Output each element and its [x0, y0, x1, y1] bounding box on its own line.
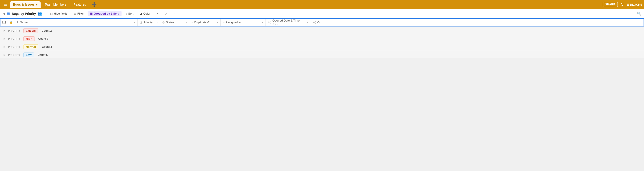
filter-button[interactable]: ⊜ Filter	[72, 11, 86, 16]
menu-icon[interactable]: ☰	[2, 1, 9, 8]
normal-group-label: PRIORITY	[8, 46, 21, 48]
low-group-label: PRIORITY	[8, 54, 21, 56]
collaborators-icon[interactable]: 👥	[38, 12, 42, 16]
group-high: ▶ PRIORITY High Count 8	[0, 35, 644, 42]
group-row-high: ▶ PRIORITY High Count 8	[0, 35, 644, 42]
select-all-checkbox[interactable]	[2, 21, 6, 24]
critical-group-label: PRIORITY	[8, 29, 21, 32]
name-col-caret: ▾	[134, 21, 135, 24]
color-label: Color	[143, 12, 150, 15]
col-header-name[interactable]: A Name ▾	[14, 18, 138, 26]
name-col-label: Name	[20, 21, 28, 24]
group-row-critical: ▶ PRIORITY Critical Count 2	[0, 27, 644, 34]
opened-col-caret: ▾	[307, 21, 308, 24]
expand-icon: ⤢	[164, 12, 167, 15]
expand-low-icon[interactable]: ▶	[3, 54, 6, 56]
group-low: ▶ PRIORITY Low Count 6	[0, 51, 644, 58]
tab-bugs-label: Bugs & Issues	[13, 3, 34, 6]
view-toolbar: ◀ ▦ Bugs by Priority 👥 ⊟ Hide fields ⊜ F…	[0, 9, 644, 18]
sort-icon: ↕	[126, 12, 127, 15]
tab-team-members[interactable]: Team Members	[42, 1, 69, 8]
column-headers: 🔒 A Name ▾ ◎ Priority ▾ ◎ Status ▾ ≡ Dup…	[0, 18, 644, 27]
low-badge[interactable]: Low	[23, 53, 34, 57]
high-group-label: PRIORITY	[8, 38, 21, 40]
col-header-priority[interactable]: ◎ Priority ▾	[138, 18, 160, 26]
expand-critical-icon[interactable]: ▶	[3, 29, 6, 32]
lock-icon: 🔒	[10, 21, 13, 24]
assigned-col-icon: ≡	[223, 21, 225, 24]
col-header-assigned[interactable]: ≡ Assigned to ▾	[221, 18, 266, 26]
row-height-button[interactable]: ≡	[154, 11, 160, 16]
grouped-icon: ⊞	[90, 12, 92, 15]
hide-fields-icon: ⊟	[50, 12, 53, 16]
sort-button[interactable]: ↕ Sort	[123, 11, 136, 16]
grouped-button[interactable]: ⊞ Grouped by 1 field	[88, 11, 122, 16]
normal-count: Count 4	[42, 45, 52, 49]
color-icon: ◕	[140, 12, 142, 15]
col-header-op2[interactable]: f(x) Op...	[310, 18, 644, 26]
assigned-col-label: Assigned to	[226, 21, 241, 24]
dup-col-caret: ▾	[217, 21, 218, 24]
status-col-label: Status	[166, 21, 174, 24]
share-button[interactable]: SHARE	[603, 2, 618, 7]
top-bar: ☰ Bugs & Issues ▾ Team Members Features …	[0, 0, 644, 9]
op2-col-icon: f(x)	[312, 21, 316, 24]
toolbar-divider	[45, 12, 45, 16]
add-tab-button[interactable]: ➕	[90, 1, 98, 8]
dup-col-icon: ≡	[192, 21, 193, 24]
expand-high-icon[interactable]: ▶	[3, 38, 6, 40]
op2-col-label: Op...	[317, 21, 324, 24]
status-col-caret: ▾	[186, 21, 187, 24]
high-badge[interactable]: High	[23, 36, 35, 41]
tab-bugs-arrow: ▾	[36, 3, 38, 6]
col-header-status[interactable]: ◎ Status ▾	[160, 18, 189, 26]
col-lock: 🔒	[8, 18, 14, 26]
sort-label: Sort	[128, 12, 134, 15]
sidebar-toggle[interactable]: ◀	[3, 12, 5, 15]
group-normal: ▶ PRIORITY Normal Count 4	[0, 43, 644, 50]
name-col-icon: A	[16, 21, 18, 24]
view-type-icon: ▦	[6, 12, 10, 16]
tab-bugs-issues[interactable]: Bugs & Issues ▾	[10, 1, 40, 8]
critical-badge[interactable]: Critical	[23, 28, 38, 33]
normal-badge[interactable]: Normal	[23, 44, 38, 49]
row-height-icon: ≡	[156, 12, 158, 15]
priority-col-icon: ◎	[140, 21, 142, 24]
search-icon[interactable]: 🔍	[637, 12, 641, 16]
expand-normal-icon[interactable]: ▶	[3, 46, 6, 48]
grouped-label: Grouped by 1 field	[94, 12, 119, 15]
critical-count: Count 2	[42, 29, 52, 32]
priority-col-caret: ▾	[156, 21, 158, 24]
dup-col-label: Duplicates?	[194, 21, 210, 24]
more-options-button[interactable]: ···	[171, 11, 178, 16]
opened-col-icon: f(x)	[268, 21, 271, 24]
more-icon: ···	[173, 12, 176, 15]
table-body: ▶ PRIORITY Critical Count 2 ▶ PRIORITY H…	[0, 27, 644, 58]
expand-button[interactable]: ⤢	[162, 11, 169, 16]
status-col-icon: ◎	[162, 21, 165, 24]
blocks-icon[interactable]: ⊞ BLOCKS	[627, 3, 642, 6]
group-row-normal: ▶ PRIORITY Normal Count 4	[0, 43, 644, 50]
hide-fields-button[interactable]: ⊟ Hide fields	[48, 11, 70, 17]
col-checkbox[interactable]	[0, 18, 8, 26]
opened-col-label: Opened Date & Time (G...	[272, 19, 306, 26]
priority-col-label: Priority	[144, 21, 152, 24]
col-header-duplicates[interactable]: ≡ Duplicates? ▾	[189, 18, 221, 26]
group-row-low: ▶ PRIORITY Low Count 6	[0, 51, 644, 58]
filter-icon: ⊜	[74, 12, 76, 15]
assigned-col-caret: ▾	[262, 21, 263, 24]
view-title: Bugs by Priority	[12, 12, 36, 16]
hide-fields-label: Hide fields	[54, 12, 68, 15]
low-count: Count 6	[38, 53, 48, 57]
tab-features[interactable]: Features	[70, 1, 89, 8]
col-header-opened[interactable]: f(x) Opened Date & Time (G... ▾	[266, 18, 310, 26]
group-critical: ▶ PRIORITY Critical Count 2	[0, 27, 644, 34]
filter-label: Filter	[77, 12, 84, 15]
high-count: Count 8	[38, 37, 48, 40]
history-icon[interactable]: ⏱	[620, 3, 624, 7]
color-button[interactable]: ◕ Color	[138, 11, 152, 16]
